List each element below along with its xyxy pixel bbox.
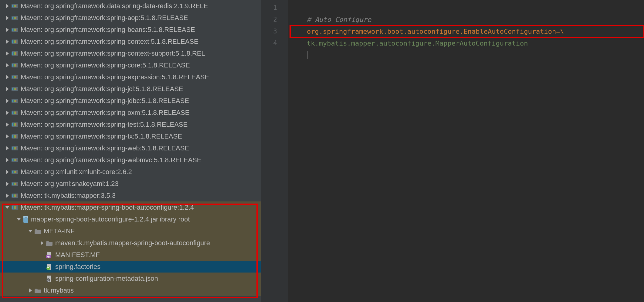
expand-arrow-down-icon[interactable]	[28, 229, 33, 234]
library-icon	[12, 63, 18, 68]
expand-arrow-right-icon[interactable]	[5, 146, 10, 151]
svg-rect-7	[15, 17, 16, 19]
expand-arrow-right-icon[interactable]	[39, 241, 44, 245]
tree-row[interactable]: Maven: org.springframework:spring-test:5…	[0, 118, 261, 130]
expand-arrow-right-icon[interactable]	[5, 51, 10, 56]
expand-arrow-right-icon[interactable]	[5, 110, 10, 115]
svg-text:MF: MF	[47, 256, 50, 258]
library-icon	[12, 134, 18, 139]
tree-item-label: Maven: org.springframework:spring-web:5.…	[21, 142, 189, 154]
svg-rect-33	[12, 100, 13, 102]
svg-rect-65	[12, 194, 13, 197]
text-caret	[307, 51, 307, 59]
manifest-file-icon: MF	[46, 252, 53, 258]
tree-row[interactable]: {}spring-configuration-metadata.json	[0, 273, 261, 284]
library-icon	[12, 39, 18, 44]
tree-item-label: Maven: org.springframework:spring-jdbc:5…	[21, 95, 189, 107]
expand-arrow-right-icon[interactable]	[5, 134, 10, 139]
tree-row[interactable]: Maven: org.springframework:spring-contex…	[0, 36, 261, 47]
folder-icon	[46, 240, 53, 246]
svg-rect-3	[15, 5, 16, 7]
svg-rect-22	[14, 64, 15, 67]
svg-rect-71	[15, 206, 16, 209]
tree-row[interactable]: Maven: tk.mybatis:mapper-spring-boot-aut…	[0, 201, 261, 213]
tree-row[interactable]: Maven: org.xmlunit:xmlunit-core:2.6.2	[0, 166, 261, 178]
tree-item-label: Maven: org.springframework:spring-test:5…	[21, 118, 188, 130]
svg-rect-26	[14, 76, 15, 78]
library-icon	[12, 27, 18, 33]
tree-row[interactable]: tk.mybatis	[0, 284, 261, 296]
tree-row[interactable]: Maven: org.springframework:spring-jdbc:5…	[0, 95, 261, 107]
svg-rect-13	[12, 40, 13, 43]
tree-row[interactable]: mapper-spring-boot-autoconfigure-1.2.4.j…	[0, 213, 261, 225]
tree-row[interactable]: Maven: org.springframework:spring-aop:5.…	[0, 12, 261, 24]
svg-rect-2	[14, 5, 15, 7]
library-icon	[12, 122, 18, 127]
json-file-icon: {}	[46, 275, 53, 282]
svg-rect-38	[14, 112, 15, 114]
tree-row[interactable]: maven.tk.mybatis.mapper-spring-boot-auto…	[0, 237, 261, 249]
tree-row[interactable]: spring.factories	[0, 261, 261, 273]
tree-row[interactable]: Maven: org.springframework:spring-contex…	[0, 47, 261, 59]
svg-rect-9	[12, 29, 13, 31]
svg-rect-14	[14, 40, 15, 43]
svg-rect-67	[15, 194, 16, 197]
tree-item-label: mapper-spring-boot-autoconfigure-1.2.4.j…	[31, 213, 158, 225]
tree-item-label: Maven: org.springframework:spring-oxm:5.…	[21, 107, 189, 118]
code-editor[interactable]: # Auto Configure org.springframework.boo…	[288, 0, 644, 302]
svg-rect-5	[12, 17, 13, 19]
tree-row[interactable]: Maven: org.springframework:spring-web:5.…	[0, 142, 261, 154]
svg-rect-59	[15, 171, 16, 173]
editor-gutter: 1234	[261, 0, 288, 302]
svg-rect-47	[15, 135, 16, 138]
tree-row[interactable]: Maven: org.springframework:spring-oxm:5.…	[0, 107, 261, 118]
svg-rect-39	[15, 112, 16, 114]
svg-rect-27	[15, 76, 16, 78]
tree-item-label: Maven: org.springframework:spring-jcl:5.…	[21, 83, 183, 95]
tree-row[interactable]: Maven: org.springframework:spring-tx:5.1…	[0, 130, 261, 142]
svg-rect-19	[15, 52, 16, 55]
tree-item-label: Maven: org.springframework:spring-expres…	[21, 71, 209, 83]
expand-arrow-right-icon[interactable]	[5, 27, 10, 32]
tree-row[interactable]: Maven: org.springframework:spring-jcl:5.…	[0, 83, 261, 95]
svg-rect-61	[12, 183, 13, 185]
tree-row[interactable]: Maven: org.springframework:spring-core:5…	[0, 59, 261, 71]
tree-row[interactable]: Maven: tk.mybatis:mapper:3.5.3	[0, 190, 261, 201]
editor-line-1[interactable]: # Auto Configure	[291, 2, 644, 14]
expand-arrow-right-icon[interactable]	[5, 158, 10, 163]
expand-arrow-down-icon[interactable]	[5, 205, 10, 210]
tree-row[interactable]: META-INF	[0, 225, 261, 237]
svg-rect-25	[12, 76, 13, 78]
project-tree-panel[interactable]: Maven: org.springframework.data:spring-d…	[0, 0, 261, 302]
tree-row[interactable]: Maven: org.springframework:spring-beans:…	[0, 24, 261, 36]
tree-item-label: tk.mybatis	[44, 284, 74, 296]
tree-row[interactable]: Maven: org.yaml:snakeyaml:1.23	[0, 178, 261, 190]
tree-row[interactable]: MFMANIFEST.MF	[0, 249, 261, 261]
folder-icon	[35, 228, 41, 234]
tree-row[interactable]: Maven: org.springframework:spring-webmvc…	[0, 154, 261, 166]
tree-row[interactable]: Maven: org.springframework:spring-expres…	[0, 71, 261, 83]
svg-rect-35	[15, 100, 16, 102]
tree-item-label: Maven: tk.mybatis:mapper:3.5.3	[21, 190, 116, 201]
line-number: 4	[261, 37, 288, 49]
expand-arrow-right-icon[interactable]	[5, 15, 10, 20]
expand-arrow-right-icon[interactable]	[5, 4, 10, 9]
expand-arrow-right-icon[interactable]	[5, 87, 10, 91]
svg-rect-43	[15, 123, 16, 126]
svg-rect-18	[14, 52, 15, 55]
expand-arrow-right-icon[interactable]	[5, 193, 10, 198]
expand-arrow-right-icon[interactable]	[5, 122, 10, 127]
expand-arrow-right-icon[interactable]	[28, 288, 33, 293]
expand-arrow-down-icon[interactable]	[16, 217, 21, 222]
tree-row[interactable]: Maven: org.springframework.data:spring-d…	[0, 0, 261, 12]
expand-arrow-right-icon[interactable]	[5, 98, 10, 103]
svg-rect-63	[15, 183, 16, 185]
library-icon	[12, 51, 18, 56]
expand-arrow-right-icon[interactable]	[5, 39, 10, 44]
svg-rect-11	[15, 29, 16, 31]
expand-arrow-right-icon[interactable]	[5, 170, 10, 174]
tree-item-label: MANIFEST.MF	[55, 249, 100, 261]
expand-arrow-right-icon[interactable]	[5, 63, 10, 68]
expand-arrow-right-icon[interactable]	[5, 181, 10, 186]
expand-arrow-right-icon[interactable]	[5, 75, 10, 80]
